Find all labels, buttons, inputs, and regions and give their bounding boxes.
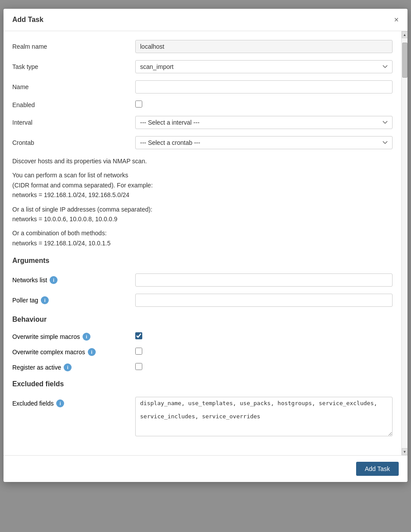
overwrite-complex-info-icon[interactable]: i [88,348,96,356]
scrollbar-up-btn[interactable]: ▲ [402,31,408,38]
networks-list-label: Networks list [12,277,47,284]
networks-list-row: Networks list i [12,273,393,287]
realm-name-label: Realm name [12,43,135,50]
interval-label: Interval [12,119,135,126]
excluded-fields-row: Excluded fields i display_name, use_temp… [12,397,393,438]
desc-block1: You can perform a scan for list of netwo… [12,170,393,200]
desc-line5: Or a list of single IP addresses (comma … [12,206,152,213]
register-active-field-wrapper [135,363,393,371]
register-active-checkbox[interactable] [135,363,142,370]
scrollbar[interactable]: ▲ ▼ [401,31,407,455]
overwrite-complex-field-wrapper [135,348,393,356]
enabled-row: Enabled [12,101,393,109]
desc-line2: You can perform a scan for list of netwo… [12,172,128,179]
excluded-fields-section: Excluded fields Excluded fields i displa… [12,380,393,438]
register-active-label: Register as active [12,364,61,371]
task-type-label: Task type [12,63,135,70]
description-block: Discover hosts and its properties via NM… [12,156,393,248]
overwrite-simple-label: Overwrite simple macros [12,333,80,340]
crontab-label: Crontab [12,139,135,146]
overwrite-simple-row: Overwrite simple macros i [12,332,393,341]
close-button[interactable]: × [394,16,399,24]
name-label: Name [12,83,135,90]
name-row: Name [12,80,393,93]
desc-line7: Or a combination of both methods: [12,230,107,237]
poller-tag-field-wrapper [135,294,393,307]
excluded-fields-info-icon[interactable]: i [56,399,64,407]
poller-tag-label-wrapper: Poller tag i [12,296,135,304]
register-active-info-icon[interactable]: i [64,363,72,371]
overwrite-complex-label-wrapper: Overwrite complex macros i [12,348,135,356]
task-type-select[interactable]: scan_import [135,60,393,73]
desc-block2: Or a list of single IP addresses (comma … [12,205,393,224]
desc-line3: (CIDR format and comma separated). For e… [12,182,153,189]
poller-tag-input[interactable] [135,294,393,307]
desc-line1: Discover hosts and its properties via NM… [12,156,393,166]
overwrite-simple-field-wrapper [135,332,393,341]
crontab-select[interactable]: --- Select a crontab --- [135,136,393,149]
enabled-checkbox[interactable] [135,101,142,108]
excluded-fields-title: Excluded fields [12,380,393,390]
interval-field-wrapper: --- Select a interval --- [135,116,393,129]
interval-select[interactable]: --- Select a interval --- [135,116,393,129]
excluded-fields-label: Excluded fields [12,400,54,407]
arguments-title: Arguments [12,257,393,266]
networks-list-info-icon[interactable]: i [50,276,58,284]
networks-list-input[interactable] [135,273,393,287]
poller-tag-info-icon[interactable]: i [41,296,49,304]
modal-content: Realm name Task type scan_import Name [4,31,401,455]
arguments-section: Arguments Networks list i [12,257,393,307]
modal-title: Add Task [12,16,43,24]
behaviour-section: Behaviour Overwrite simple macros i [12,316,393,371]
excluded-fields-field-wrapper: display_name, use_templates, use_packs, … [135,397,393,438]
networks-list-label-wrapper: Networks list i [12,276,135,284]
overwrite-complex-checkbox[interactable] [135,348,142,355]
desc-line6: networks = 10.0.0.6, 10.0.0.8, 10.0.0.9 [12,216,117,223]
interval-row: Interval --- Select a interval --- [12,116,393,129]
task-type-row: Task type scan_import [12,60,393,73]
modal-footer: Add Task [4,455,407,482]
overwrite-simple-checkbox[interactable] [135,332,142,339]
realm-name-input[interactable] [135,40,393,53]
crontab-row: Crontab --- Select a crontab --- [12,136,393,149]
add-task-button[interactable]: Add Task [356,462,399,476]
realm-name-field-wrapper [135,40,393,53]
name-field-wrapper [135,80,393,93]
desc-line8: networks = 192.168.1.0/24, 10.0.1.5 [12,240,111,247]
name-input[interactable] [135,80,393,93]
overwrite-simple-info-icon[interactable]: i [83,333,90,341]
poller-tag-row: Poller tag i [12,294,393,307]
task-type-field-wrapper: scan_import [135,60,393,73]
scrollbar-track[interactable] [402,38,407,448]
scrollbar-down-btn[interactable]: ▼ [402,448,408,455]
desc-line4: networks = 192.168.1.0/24, 192.168.5.0/2… [12,191,130,198]
scrollbar-thumb[interactable] [402,43,407,78]
enabled-label: Enabled [12,101,135,108]
realm-name-row: Realm name [12,40,393,53]
networks-list-field-wrapper [135,273,393,287]
desc-block3: Or a combination of both methods: networ… [12,228,393,248]
crontab-field-wrapper: --- Select a crontab --- [135,136,393,149]
enabled-field-wrapper [135,101,393,109]
overwrite-simple-label-wrapper: Overwrite simple macros i [12,333,135,341]
register-active-row: Register as active i [12,363,393,371]
overwrite-complex-label: Overwrite complex macros [12,349,85,356]
excluded-fields-textarea[interactable]: display_name, use_templates, use_packs, … [135,397,393,436]
poller-tag-label: Poller tag [12,297,38,304]
excluded-fields-label-wrapper: Excluded fields i [12,397,135,407]
modal-header: Add Task × [4,9,407,31]
overwrite-complex-row: Overwrite complex macros i [12,348,393,356]
register-active-label-wrapper: Register as active i [12,363,135,371]
modal-body: Realm name Task type scan_import Name [4,31,407,455]
behaviour-title: Behaviour [12,316,393,325]
